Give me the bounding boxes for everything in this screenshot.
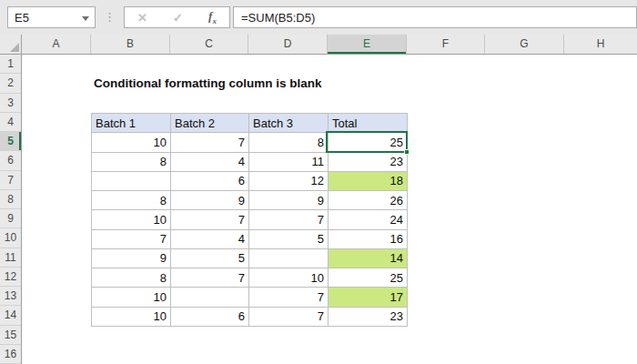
cell-d7[interactable]: 12 xyxy=(249,171,329,190)
formula-buttons: ✕ ✓ fx xyxy=(124,6,230,28)
cell-e8[interactable]: 26 xyxy=(329,191,408,210)
cell-b14[interactable]: 10 xyxy=(92,307,171,326)
cell-b5[interactable]: 10 xyxy=(92,133,171,152)
table-row: 7 4 5 16 xyxy=(92,229,408,248)
cell-e12[interactable]: 25 xyxy=(329,268,408,288)
cell-e10[interactable]: 16 xyxy=(329,229,408,248)
formula-bar-chrome: E5 ⋮ ✕ ✓ fx =SUM(B5:D5) xyxy=(0,0,637,35)
cell-c8[interactable]: 9 xyxy=(171,191,249,210)
cell-c5[interactable]: 7 xyxy=(171,133,249,152)
cell-b12[interactable]: 8 xyxy=(92,268,171,288)
row-header-11[interactable]: 11 xyxy=(0,248,21,268)
table-row: 10 7 17 xyxy=(92,288,408,307)
formula-input[interactable]: =SUM(B5:D5) xyxy=(233,6,637,28)
row-header-2[interactable]: 2 xyxy=(0,74,21,93)
cell-d13[interactable]: 7 xyxy=(249,288,329,307)
header-cell-batch1[interactable]: Batch 1 xyxy=(92,114,171,133)
row-header-7[interactable]: 7 xyxy=(0,171,21,190)
row-header-3[interactable]: 3 xyxy=(0,94,21,113)
cell-b7[interactable] xyxy=(92,171,171,190)
cell-b13[interactable]: 10 xyxy=(92,288,171,307)
cell-c6[interactable]: 4 xyxy=(171,152,249,171)
select-all-button[interactable] xyxy=(0,35,22,54)
table-row: 9 5 14 xyxy=(92,248,408,268)
table-header-row: Batch 1 Batch 2 Batch 3 Total xyxy=(92,114,408,133)
row-header-4[interactable]: 4 xyxy=(0,113,21,132)
row-header-6[interactable]: 6 xyxy=(0,151,21,170)
enter-icon[interactable]: ✓ xyxy=(173,11,183,25)
select-all-triangle-icon xyxy=(10,43,19,52)
table-row: 8 4 11 23 xyxy=(92,152,408,171)
cell-c14[interactable]: 6 xyxy=(171,307,249,326)
name-box-value: E5 xyxy=(15,11,29,25)
row-header-16[interactable]: 16 xyxy=(0,345,21,364)
cell-b8[interactable]: 8 xyxy=(92,191,171,210)
row-header-1[interactable]: 1 xyxy=(0,55,21,74)
cell-d8[interactable]: 9 xyxy=(249,191,329,210)
name-box-dropdown-icon[interactable] xyxy=(82,16,89,21)
formula-text: =SUM(B5:D5) xyxy=(241,11,315,25)
row-header-10[interactable]: 10 xyxy=(0,228,21,248)
cell-b6[interactable]: 8 xyxy=(92,152,171,171)
cell-c11[interactable]: 5 xyxy=(171,248,249,268)
formula-bar-drag-handle-icon[interactable]: ⋮ xyxy=(104,5,115,29)
cell-c12[interactable]: 7 xyxy=(171,268,249,288)
table-row: 8 7 10 25 xyxy=(92,268,408,288)
row-header-8[interactable]: 8 xyxy=(0,190,21,209)
cell-d9[interactable]: 7 xyxy=(249,210,329,229)
cell-b11[interactable]: 9 xyxy=(92,248,171,268)
header-cell-total[interactable]: Total xyxy=(329,114,408,133)
cancel-icon[interactable]: ✕ xyxy=(137,11,147,25)
cell-d12[interactable]: 10 xyxy=(249,268,329,288)
column-header-c[interactable]: C xyxy=(170,35,248,54)
fill-handle[interactable] xyxy=(404,149,410,155)
insert-function-icon[interactable]: fx xyxy=(208,9,217,25)
header-cell-batch2[interactable]: Batch 2 xyxy=(171,114,249,133)
table-row: 10 6 7 23 xyxy=(92,307,408,326)
cell-c9[interactable]: 7 xyxy=(171,210,249,229)
column-header-h[interactable]: H xyxy=(564,35,637,54)
row-header-13[interactable]: 13 xyxy=(0,287,21,306)
cell-c13[interactable] xyxy=(171,288,249,307)
row-header-12[interactable]: 12 xyxy=(0,268,21,287)
column-header-g[interactable]: G xyxy=(485,35,564,54)
column-header-f[interactable]: F xyxy=(407,35,485,54)
cell-e13-highlighted[interactable]: 17 xyxy=(329,288,408,307)
name-box[interactable]: E5 xyxy=(7,6,96,28)
column-header-d[interactable]: D xyxy=(248,35,328,54)
cell-e9[interactable]: 24 xyxy=(329,210,408,229)
cell-d6[interactable]: 11 xyxy=(249,152,329,171)
cell-e11-highlighted[interactable]: 14 xyxy=(329,248,408,268)
cell-d11[interactable] xyxy=(249,248,329,268)
cell-c10[interactable]: 4 xyxy=(171,229,249,248)
row-header-14[interactable]: 14 xyxy=(0,306,21,325)
active-cell-selection[interactable] xyxy=(326,131,408,153)
column-header-b[interactable]: B xyxy=(91,35,170,54)
cell-d10[interactable]: 5 xyxy=(249,229,329,248)
cell-b10[interactable]: 7 xyxy=(92,229,171,248)
cell-d14[interactable]: 7 xyxy=(249,307,329,326)
cell-e6[interactable]: 23 xyxy=(329,152,408,171)
row-header-5[interactable]: 5 xyxy=(0,132,21,151)
column-header-e[interactable]: E xyxy=(328,35,407,54)
cell-d5[interactable]: 8 xyxy=(249,133,329,152)
column-header-a[interactable]: A xyxy=(22,35,91,54)
header-cell-batch3[interactable]: Batch 3 xyxy=(249,114,329,133)
column-headers: A B C D E F G H xyxy=(0,35,637,55)
cell-e7-highlighted[interactable]: 18 xyxy=(329,171,408,190)
cell-e14[interactable]: 23 xyxy=(329,307,408,326)
sheet-title-cell[interactable]: Conditional formatting column is blank xyxy=(94,74,322,93)
table-row: 8 9 9 26 xyxy=(92,191,408,210)
cell-b9[interactable]: 10 xyxy=(92,210,171,229)
table-row: 10 7 7 24 xyxy=(92,210,408,229)
table-row: 6 12 18 xyxy=(92,171,408,190)
cell-c7[interactable]: 6 xyxy=(171,171,249,190)
row-header-9[interactable]: 9 xyxy=(0,209,21,228)
row-headers: 1 2 3 4 5 6 7 8 9 10 11 12 13 14 15 16 xyxy=(0,55,22,364)
row-header-15[interactable]: 15 xyxy=(0,326,21,345)
